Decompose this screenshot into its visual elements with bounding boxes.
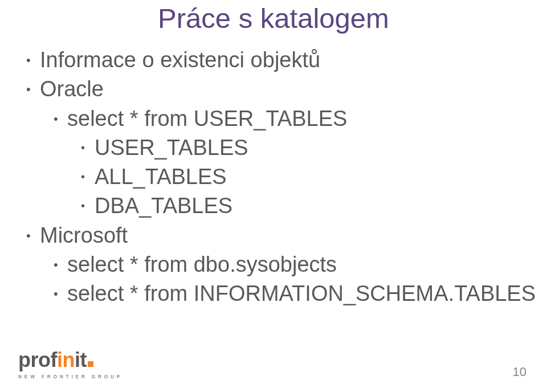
bullet-icon: • [81, 133, 95, 162]
logo-tagline: NEW FRONTIER GROUP [18, 374, 123, 379]
slide-content: • Informace o existenci objektů • Oracle… [26, 46, 536, 309]
logo: profinit NEW FRONTIER GROUP [18, 348, 123, 379]
list-text: DBA_TABLES [95, 191, 232, 220]
logo-main: profinit [18, 348, 93, 372]
list-item: • select * from USER_TABLES [54, 104, 536, 133]
logo-text-part: profinit [18, 348, 87, 372]
list-text: Oracle [40, 75, 104, 104]
list-text: USER_TABLES [95, 133, 248, 162]
page-number: 10 [513, 365, 526, 379]
bullet-icon: • [54, 250, 67, 279]
bullet-icon: • [26, 75, 40, 104]
bullet-icon: • [81, 162, 95, 191]
slide-title: Práce s katalogem [0, 2, 547, 34]
list-item: • Microsoft [26, 221, 536, 250]
list-item: • USER_TABLES [81, 133, 536, 162]
bullet-icon: • [26, 221, 40, 250]
list-item: • DBA_TABLES [81, 191, 536, 220]
list-item: • select * from INFORMATION_SCHEMA.TABLE… [54, 279, 536, 308]
bullet-icon: • [81, 191, 95, 220]
bullet-icon: • [54, 279, 67, 308]
list-text: Informace o existenci objektů [40, 46, 320, 75]
list-item: • ALL_TABLES [81, 162, 536, 191]
list-item: • Informace o existenci objektů [26, 46, 536, 75]
list-text: Microsoft [40, 221, 128, 250]
bullet-icon: • [54, 104, 67, 133]
list-item: • select * from dbo.sysobjects [54, 250, 536, 279]
list-text: select * from USER_TABLES [67, 104, 347, 133]
list-text: select * from INFORMATION_SCHEMA.TABLES [67, 279, 536, 308]
list-item: • Oracle [26, 75, 536, 104]
bullet-icon: • [26, 46, 40, 75]
list-text: select * from dbo.sysobjects [67, 250, 337, 279]
list-text: ALL_TABLES [95, 162, 227, 191]
logo-square-icon [88, 361, 93, 367]
